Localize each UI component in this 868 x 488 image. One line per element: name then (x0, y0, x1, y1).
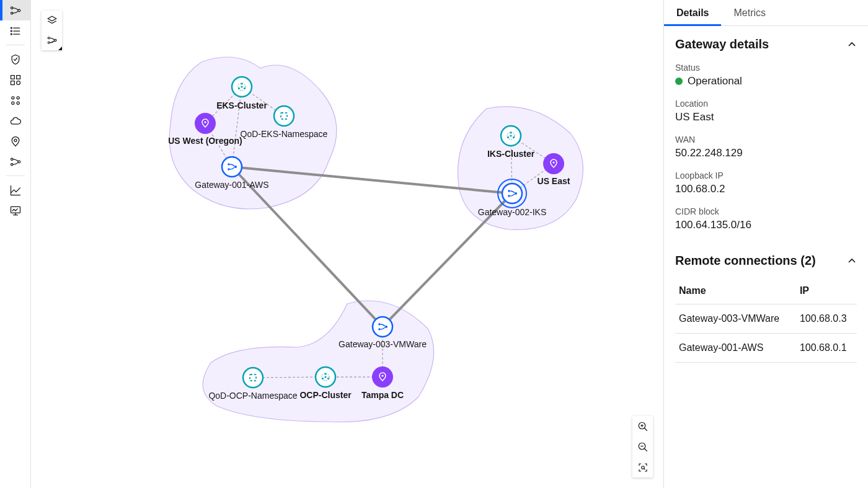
graph-tool[interactable] (42, 30, 62, 50)
panel-tabs: DetailsMetrics (664, 0, 868, 26)
node-label: Gateway-002-IKS (478, 207, 547, 217)
node-label: OCP-Cluster (299, 390, 352, 400)
conn-name: Gateway-003-VMWare (675, 304, 796, 334)
rail-item-gateway[interactable] (0, 151, 31, 172)
col-ip: IP (796, 278, 857, 304)
applications-icon (9, 74, 22, 86)
svg-line-80 (644, 428, 647, 431)
svg-point-57 (515, 192, 517, 195)
svg-point-77 (48, 42, 50, 43)
rail-item-monitor[interactable] (0, 200, 31, 221)
node-label: Gateway-001-AWS (195, 180, 268, 190)
zoom-fit-icon (637, 462, 649, 473)
svg-line-87 (644, 468, 645, 469)
chevron-up-icon (847, 40, 857, 50)
cidr-label: CIDR block (675, 206, 857, 216)
svg-point-74 (381, 375, 383, 376)
region-blob-south (203, 301, 433, 422)
conn-name: Gateway-001-AWS (675, 334, 796, 363)
svg-rect-10 (16, 75, 20, 79)
svg-point-37 (204, 121, 206, 123)
location-icon (9, 135, 22, 148)
zoom-out-icon (637, 441, 649, 453)
svg-point-7 (11, 30, 12, 32)
svg-point-31 (241, 86, 242, 87)
loopback-label: Loopback IP (675, 171, 857, 180)
chart-icon (9, 184, 22, 197)
zoom-toolbar (632, 416, 653, 477)
network-topology-icon (9, 4, 22, 17)
remote-connections-title: Remote connections (2) (675, 254, 816, 268)
svg-point-61 (378, 328, 381, 331)
rail-item-list[interactable] (0, 20, 31, 41)
layers-tool[interactable] (42, 11, 62, 30)
svg-marker-75 (48, 16, 56, 21)
svg-point-40 (228, 163, 230, 166)
rail-item-location[interactable] (0, 131, 31, 151)
rail-divider (6, 45, 25, 45)
node-label: QoD-EKS-Namespace (241, 129, 328, 139)
svg-point-14 (17, 96, 19, 99)
conn-ip: 100.68.0.3 (796, 304, 857, 334)
node-label: US West (Oregon) (168, 136, 242, 146)
conn-ip: 100.68.0.1 (796, 334, 857, 363)
panel-body: Gateway details Status Operational Locat… (664, 26, 868, 488)
services-icon (9, 94, 22, 107)
svg-point-60 (378, 323, 381, 326)
location-label: Location (675, 99, 857, 109)
status-label: Status (675, 63, 857, 73)
svg-rect-9 (11, 75, 14, 79)
node-label: Gateway-003-VMWare (339, 339, 427, 349)
table-row[interactable]: Gateway-001-AWS100.68.0.1 (675, 334, 857, 363)
gateway-icon (9, 156, 22, 168)
node-label: US East (538, 176, 570, 186)
gateway-details-title: Gateway details (675, 37, 769, 51)
zoom-fit-button[interactable] (632, 457, 653, 477)
rail-item-chart[interactable] (0, 180, 31, 200)
wan-value: 50.22.248.129 (675, 147, 857, 159)
zoom-in-icon (637, 421, 649, 432)
cidr-value: 100.64.135.0/16 (675, 219, 857, 231)
rail-item-applications[interactable] (0, 69, 31, 90)
topology-svg[interactable]: EKS-ClusterQoD-EKS-NamespaceUS West (Ore… (31, 0, 663, 488)
svg-point-17 (14, 139, 16, 141)
canvas-toolbar (42, 11, 62, 50)
location-value: US East (675, 111, 857, 123)
svg-point-86 (641, 466, 644, 469)
status-dot-icon (675, 78, 683, 85)
rail-item-services[interactable] (0, 90, 31, 110)
graph-icon (46, 35, 58, 46)
svg-point-16 (17, 102, 19, 104)
node-label: EKS-Cluster (216, 100, 267, 110)
rail-item-shield[interactable] (0, 49, 31, 69)
svg-point-55 (508, 190, 510, 192)
svg-point-56 (508, 195, 510, 197)
remote-connections-table: Name IP Gateway-003-VMWare100.68.0.3Gate… (675, 278, 857, 363)
node-label: Tampa DC (361, 390, 404, 400)
wan-label: WAN (675, 135, 857, 144)
status-value: Operational (688, 75, 742, 87)
zoom-in-button[interactable] (632, 416, 653, 437)
svg-point-51 (552, 161, 554, 163)
chevron-up-icon (847, 256, 857, 266)
gateway-details-header[interactable]: Gateway details (675, 26, 857, 56)
svg-point-48 (510, 135, 512, 136)
svg-point-42 (234, 166, 237, 168)
topology-canvas[interactable]: EKS-ClusterQoD-EKS-NamespaceUS West (Ore… (31, 0, 663, 488)
rail-item-cloud[interactable] (0, 110, 31, 131)
svg-point-50 (543, 153, 564, 174)
table-row[interactable]: Gateway-003-VMWare100.68.0.3 (675, 304, 857, 334)
svg-rect-23 (11, 206, 20, 213)
rail-divider (6, 175, 25, 176)
list-icon (9, 25, 22, 37)
loopback-value: 100.68.0.2 (675, 183, 857, 195)
svg-point-12 (16, 81, 20, 84)
zoom-out-button[interactable] (632, 437, 653, 457)
tab-metrics[interactable]: Metrics (721, 0, 778, 25)
rail-item-network-topology[interactable] (0, 0, 31, 20)
details-side-panel: DetailsMetrics Gateway details Status Op… (663, 0, 868, 488)
svg-point-13 (11, 96, 14, 99)
remote-connections-header[interactable]: Remote connections (2) (675, 242, 857, 273)
svg-point-15 (11, 102, 14, 104)
tab-details[interactable]: Details (664, 0, 721, 25)
